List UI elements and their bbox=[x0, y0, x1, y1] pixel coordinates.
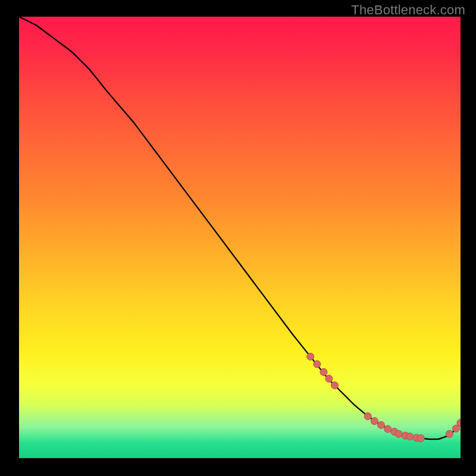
data-marker bbox=[325, 375, 333, 382]
data-marker bbox=[406, 433, 414, 440]
data-marker bbox=[314, 361, 321, 368]
data-marker bbox=[384, 425, 392, 433]
data-marker bbox=[364, 413, 371, 420]
chart-stage: TheBottleneck.com bbox=[0, 0, 476, 476]
data-marker bbox=[307, 353, 314, 360]
data-markers bbox=[307, 353, 461, 441]
data-marker bbox=[417, 435, 424, 442]
chart-overlay bbox=[19, 17, 461, 458]
bottleneck-curve bbox=[19, 17, 461, 439]
watermark-text: TheBottleneck.com bbox=[351, 2, 465, 18]
plot-area bbox=[19, 17, 461, 458]
data-marker bbox=[320, 368, 327, 375]
data-marker bbox=[371, 418, 378, 425]
data-marker bbox=[331, 382, 339, 389]
data-marker bbox=[395, 430, 402, 437]
data-marker bbox=[377, 421, 384, 428]
data-marker bbox=[446, 430, 453, 437]
